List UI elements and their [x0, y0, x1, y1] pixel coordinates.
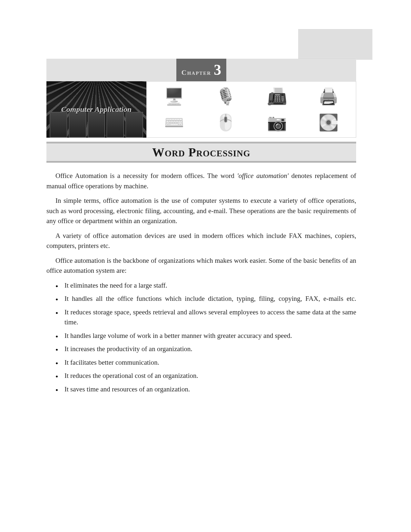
monitor-icon: 🖥️: [149, 84, 199, 109]
banner-subject-text: Computer Application: [61, 105, 132, 114]
microphone-icon: 🎙️: [201, 84, 250, 109]
disk-icon: 💽: [304, 111, 353, 135]
p1-emphasis: 'office automation': [237, 172, 289, 180]
chapter-label: Chapter: [181, 68, 211, 77]
banner-devices-grid: 🖥️ 🎙️ 📠 🖨️ ⌨️ 🖱️ 📷 💽: [146, 81, 356, 138]
mouse-icon: 🖱️: [201, 111, 250, 135]
keyboard-icon: ⌨️: [149, 111, 199, 135]
chapter-title: Word Processing: [152, 145, 250, 159]
list-item: It eliminates the need for a large staff…: [64, 281, 356, 291]
decorative-corner-block: [298, 29, 372, 60]
banner-images-row: Computer Application 🖥️ 🎙️ 📠 🖨️ ⌨️ 🖱️ 📷 …: [46, 81, 356, 138]
chapter-title-banner: Word Processing: [46, 142, 356, 163]
p1-text-before: Office Automation is a necessity for mod…: [55, 172, 237, 180]
list-item: It saves time and resources of an organi…: [64, 384, 356, 395]
chapter-header-banner: Chapter 3 Computer Application 🖥️ 🎙️ 📠 🖨…: [46, 59, 356, 139]
list-item: It facilitates better communication.: [64, 358, 356, 368]
webcam-icon: 📷: [252, 111, 302, 135]
paragraph-3: A variety of office automation devices a…: [46, 231, 356, 251]
printer-icon: 🖨️: [304, 84, 353, 109]
banner-stripe: Chapter 3: [46, 59, 356, 81]
paragraph-4: Office automation is the backbone of org…: [46, 256, 356, 276]
chapter-badge: Chapter 3: [176, 59, 226, 81]
paragraph-2: In simple terms, office automation is th…: [46, 196, 356, 226]
main-content: Office Automation is a necessity for mod…: [46, 171, 356, 398]
list-item: It handles all the office functions whic…: [64, 294, 356, 304]
list-item: It increases the productivity of an orga…: [64, 344, 356, 354]
list-item: It reduces the operational cost of an or…: [64, 371, 356, 381]
scanner-icon: 📠: [252, 84, 302, 109]
list-item: It handles large volume of work in a bet…: [64, 331, 356, 341]
list-item: It reduces storage space, speeds retriev…: [64, 307, 356, 328]
monitor-row-graphic: [46, 112, 146, 138]
banner-left-graphic: Computer Application: [46, 81, 146, 138]
paragraph-1: Office Automation is a necessity for mod…: [46, 171, 356, 191]
benefits-list: It eliminates the need for a large staff…: [46, 281, 356, 395]
chapter-number: 3: [214, 61, 221, 78]
